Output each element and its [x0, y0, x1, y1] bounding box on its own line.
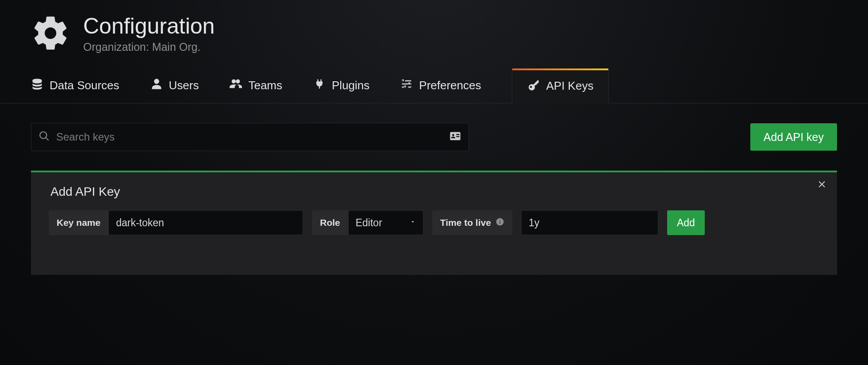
add-key-form: Key name Role Editor Time to live — [49, 210, 819, 235]
plug-icon — [313, 78, 326, 93]
tab-label: Users — [169, 79, 199, 92]
tab-plugins[interactable]: Plugins — [313, 68, 369, 103]
key-name-input[interactable] — [108, 210, 303, 235]
tab-teams[interactable]: Teams — [230, 68, 282, 103]
tab-label: Teams — [248, 79, 282, 92]
key-name-label: Key name — [49, 217, 108, 228]
sliders-icon — [400, 78, 413, 93]
tab-bar: Data Sources Users Teams Plugins Prefere — [0, 68, 868, 103]
search-icon — [38, 130, 50, 144]
page-title: Configuration — [83, 15, 215, 38]
add-button[interactable]: Add — [667, 210, 705, 235]
add-api-key-panel: Add API Key Key name Role Editor Time to… — [31, 171, 837, 275]
add-api-key-button[interactable]: Add API key — [750, 123, 837, 151]
page-subtitle: Organization: Main Org. — [83, 41, 215, 53]
ttl-input[interactable] — [521, 210, 658, 235]
chevron-down-icon — [410, 219, 416, 227]
gear-icon — [31, 13, 71, 55]
tab-api-keys[interactable]: API Keys — [512, 68, 609, 103]
close-icon[interactable] — [818, 179, 827, 191]
info-icon[interactable] — [495, 217, 504, 228]
role-select[interactable]: Editor — [348, 210, 423, 235]
page-header: Configuration Organization: Main Org. — [0, 13, 868, 68]
ttl-label: Time to live — [432, 217, 512, 228]
tab-users[interactable]: Users — [150, 68, 199, 103]
contact-card-icon[interactable] — [449, 130, 461, 144]
tab-label: Plugins — [332, 79, 369, 92]
role-value: Editor — [356, 217, 410, 229]
role-group: Role Editor — [312, 210, 423, 235]
panel-title: Add API Key — [50, 185, 819, 199]
key-name-group: Key name — [49, 210, 303, 235]
search-input[interactable] — [50, 131, 449, 143]
tab-data-sources[interactable]: Data Sources — [31, 68, 119, 103]
key-icon — [527, 78, 540, 94]
search-keys-field[interactable] — [31, 123, 469, 151]
ttl-label-text: Time to live — [440, 217, 491, 228]
role-label: Role — [312, 217, 348, 228]
user-icon — [150, 78, 163, 93]
tab-preferences[interactable]: Preferences — [400, 68, 481, 103]
tab-label: Preferences — [419, 79, 481, 92]
database-icon — [31, 78, 43, 93]
ttl-group: Time to live — [432, 210, 512, 235]
tab-label: Data Sources — [50, 79, 119, 92]
toolbar: Add API key — [0, 103, 868, 151]
tab-label: API Keys — [546, 79, 593, 93]
users-icon — [230, 78, 242, 93]
